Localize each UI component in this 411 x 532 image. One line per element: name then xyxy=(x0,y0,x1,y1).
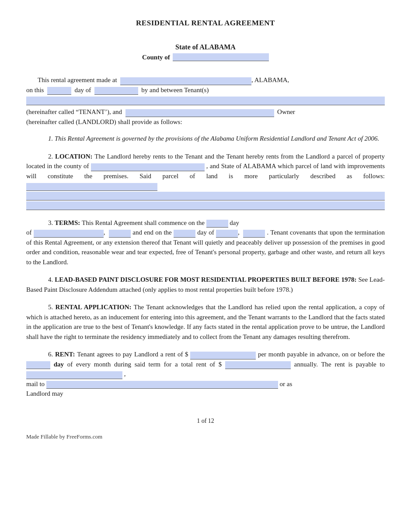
day-field[interactable] xyxy=(47,87,71,95)
county-field[interactable] xyxy=(173,53,269,61)
intro-line1: This rental agreement made at , ALABAMA, xyxy=(26,75,385,85)
section-6-comma: , xyxy=(124,370,126,377)
section-6-landlord-may: Landlord may xyxy=(26,390,63,397)
by-between-label: by and between Tenant(s) xyxy=(141,86,209,93)
section-3-and-end: and end on the xyxy=(132,229,174,236)
section-5: 5. RENTAL APPLICATION: The Tenant acknow… xyxy=(26,302,385,342)
state-label: State of ALABAMA xyxy=(26,42,385,52)
rent-day-field[interactable] xyxy=(26,361,50,369)
section-6-text-e-prefix: annually. The rent is payable to xyxy=(294,361,385,368)
section-6-text-a: Tenant agrees to pay Landlord a rent of … xyxy=(77,351,188,358)
page-number: 1 of 12 xyxy=(26,416,385,425)
section-6-mail-label: mail to xyxy=(26,380,46,387)
commence-month-field[interactable] xyxy=(34,230,104,238)
mail-address-field[interactable] xyxy=(46,381,278,389)
payable-to-field[interactable] xyxy=(26,371,122,379)
section-3-day-of: day of xyxy=(197,229,216,236)
described-field-1[interactable] xyxy=(26,192,385,200)
section-6-number: 6. xyxy=(48,351,55,358)
tenant-field-row xyxy=(26,97,385,105)
section-6: 6. RENT: Tenant agrees to pay Landlord a… xyxy=(26,349,385,399)
section-3: 3. TERMS: This Rental Agreement shall co… xyxy=(26,218,385,267)
section-1-number: 1. xyxy=(48,135,55,142)
section-3-day-label: day xyxy=(230,219,239,226)
section-4-number: 4. xyxy=(48,276,55,283)
day-of-label: day of xyxy=(74,86,91,93)
section-3-of: of xyxy=(26,229,32,236)
end-month-field[interactable] xyxy=(216,230,238,238)
county-label: County of xyxy=(142,52,170,62)
county-location-field[interactable] xyxy=(91,163,205,171)
made-at-field[interactable] xyxy=(120,77,251,85)
on-this-label: on this xyxy=(26,86,44,93)
owner-field[interactable] xyxy=(125,109,274,117)
section-6-text-b: per month payable in advance, on or befo… xyxy=(258,351,385,358)
footer-note: Made Fillable by FreeForms.com xyxy=(26,432,385,441)
document-title: RESIDENTIAL RENTAL AGREEMENT xyxy=(26,17,385,29)
section-6-label: RENT: xyxy=(55,351,77,358)
commence-year-field[interactable] xyxy=(109,230,131,238)
intro-line4: (hereinafter called (LANDLORD) shall pro… xyxy=(26,117,385,127)
section-5-label: RENTAL APPLICATION: xyxy=(56,304,134,311)
section-2-number: 2. xyxy=(48,153,55,160)
section-1: 1. This Rental Agreement is governed by … xyxy=(26,134,385,144)
section-1-text: This Rental Agreement is governed by the… xyxy=(55,135,379,142)
tenant-name-field[interactable] xyxy=(26,97,385,105)
total-rent-field[interactable] xyxy=(225,361,291,369)
section-6-text-c: day xyxy=(54,361,64,368)
section-4: 4. LEAD-BASED PAINT DISCLOSURE FOR MOST … xyxy=(26,275,385,294)
section-6-text-d-prefix: of every month during said term for a to… xyxy=(67,361,222,368)
end-day-field[interactable] xyxy=(174,230,195,238)
state-header: State of ALABAMA County of xyxy=(26,42,385,62)
section-2: 2. LOCATION: The Landlord hereby rents t… xyxy=(26,152,385,210)
document-container: RESIDENTIAL RENTAL AGREEMENT State of AL… xyxy=(26,17,385,441)
section-3-label: TERMS: xyxy=(55,219,82,226)
owner-label: Owner xyxy=(277,108,295,115)
section-2-label: LOCATION: xyxy=(55,153,94,160)
section-3-text: This Rental Agreement shall commence on … xyxy=(82,219,206,226)
date-field[interactable] xyxy=(94,87,138,95)
hereinafter-landlord: (hereinafter called (LANDLORD) shall pro… xyxy=(26,118,182,125)
section-4-label: LEAD-BASED PAINT DISCLOSURE FOR MOST RES… xyxy=(55,276,358,283)
rent-amount-field[interactable] xyxy=(190,352,256,359)
made-at-suffix: , ALABAMA, xyxy=(251,76,289,83)
described-field-2[interactable] xyxy=(26,201,385,210)
section-5-number: 5. xyxy=(48,304,56,311)
section-3-number: 3. xyxy=(48,219,55,226)
section-6-or-as: or as xyxy=(280,380,293,387)
intro-line3: (hereinafter called “TENANT’), and Owner xyxy=(26,107,385,117)
county-line: County of xyxy=(26,52,385,62)
end-year-field[interactable] xyxy=(243,230,265,238)
described-inline-field[interactable] xyxy=(26,183,157,191)
intro-line2: on this day of by and between Tenant(s) xyxy=(26,85,385,95)
hereinafter-tenant: (hereinafter called “TENANT’), and xyxy=(26,108,122,115)
intro-block: This rental agreement made at , ALABAMA,… xyxy=(26,75,385,127)
commence-day-field[interactable] xyxy=(206,220,228,228)
made-at-prefix: This rental agreement made at xyxy=(38,76,117,83)
